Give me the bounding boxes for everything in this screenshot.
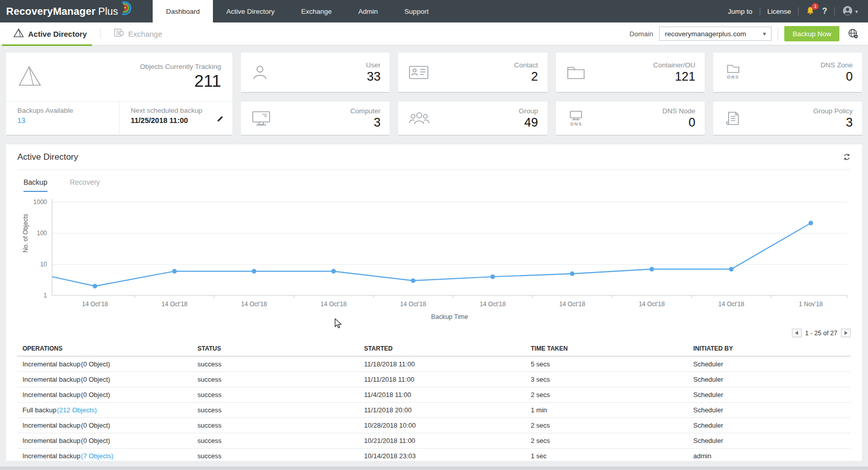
brand-logo[interactable]: RecoveryManager Plus [0,0,137,22]
stat-label: Container/OU [653,61,695,69]
backup-now-button[interactable]: Backup Now [784,26,839,41]
pyramid-icon [17,65,44,89]
jump-to-link[interactable]: Jump to [728,8,753,15]
svg-text:10: 10 [40,261,47,268]
stat-card-computer[interactable]: Computer 3 [241,102,390,136]
user-icon [251,64,269,81]
nav-item-support[interactable]: Support [391,0,442,22]
user-menu[interactable]: ▾ [842,5,858,18]
initiated-by-cell: admin [688,452,851,460]
folder-icon [566,64,586,81]
stat-value: 3 [350,115,380,130]
svg-text:1000: 1000 [33,199,47,206]
stat-card-user[interactable]: User 33 [241,53,390,93]
edit-schedule-icon[interactable] [216,115,224,125]
initiated-by-cell: Scheduler [688,406,851,414]
svg-text:14 Oct'18: 14 Oct'18 [82,301,108,308]
stat-card-grid: User 33 Contact 2 Container/OU 121 DNS D… [241,53,862,136]
pagination-prev-button[interactable] [792,329,802,337]
pagination-next-button[interactable] [841,329,851,337]
table-row: Incremental backup (0 Object) success 10… [17,418,851,433]
svg-text:14 Oct'18: 14 Oct'18 [559,301,585,308]
objects-tracking-card: Objects Currently Tracking 211 Backups A… [6,53,232,136]
operation-cell: Incremental backup (0 Object) [17,422,192,429]
stat-label: User [366,61,381,69]
tab-backup[interactable]: Backup [23,178,47,192]
stat-card-contact[interactable]: Contact 2 [398,53,547,93]
globe-settings-icon[interactable] [846,28,861,39]
divider [778,27,778,40]
help-button[interactable]: ? [822,7,827,16]
status-cell: success [192,422,359,429]
started-cell: 11/1/2018 20:00 [359,406,525,414]
operation-cell: Incremental backup (7 Objects) [17,452,192,460]
operation-cell: Incremental backup (0 Object) [17,391,192,399]
objects-link[interactable]: (7 Objects) [81,452,114,460]
nav-item-exchange[interactable]: Exchange [288,0,345,22]
started-cell: 11/18/2018 11:00 [359,360,525,368]
domain-select[interactable]: recoverymanagerplus.com ▼ [659,27,771,41]
svg-text:1 Nov'18: 1 Nov'18 [799,301,823,308]
module-tab-active-directory[interactable]: Active Directory [0,22,100,45]
active-directory-panel: Active Directory Backup Recovery 1000100… [6,144,862,461]
operation-cell: Incremental backup (0 Object) [17,437,192,444]
stat-label: Computer [350,107,380,115]
stat-card-dns-zone[interactable]: DNS DNS Zone 0 [713,53,862,93]
domain-label: Domain [630,30,654,38]
backups-available-value[interactable]: 13 [17,116,26,125]
notification-badge: 1 [812,3,818,10]
brand-name: RecoveryManager [6,6,95,17]
svg-text:14 Oct'18: 14 Oct'18 [241,301,267,308]
column-header: STARTED [359,345,525,352]
backups-available-label: Backups Available [17,107,119,114]
status-cell: success [192,452,359,460]
module-tab-label: Exchange [128,30,162,38]
stat-card-container-ou[interactable]: Container/OU 121 [556,53,705,93]
module-tab-bar: Active Directory Exchange Domain recover… [0,22,868,45]
time-taken-cell: 2 secs [526,391,688,399]
refresh-icon[interactable] [843,153,851,161]
nav-item-dashboard[interactable]: Dashboard [153,0,213,22]
objects-count: (0 Object) [81,422,110,429]
svg-text:100: 100 [37,230,47,237]
tracking-label: Objects Currently Tracking [140,63,221,70]
chevron-down-icon: ▾ [855,9,858,14]
top-bar: RecoveryManager Plus DashboardActive Dir… [0,0,868,22]
module-tab-exchange[interactable]: Exchange [101,22,176,45]
stat-card-group[interactable]: Group 49 [398,102,547,136]
pagination-range: 1 - 25 of 27 [805,330,837,337]
panel-title: Active Directory [17,152,78,162]
table-row: Incremental backup (0 Object) success 11… [17,387,851,403]
nav-item-admin[interactable]: Admin [345,0,391,22]
initiated-by-cell: Scheduler [688,376,851,383]
objects-link[interactable]: (212 Objects) [57,406,97,414]
started-cell: 10/21/2018 11:00 [359,437,525,444]
nav-item-active-directory[interactable]: Active Directory [213,0,288,22]
started-cell: 10/28/2018 10:00 [359,422,525,429]
status-cell: success [192,406,359,414]
notifications-button[interactable]: 1 [806,6,815,17]
next-backup-label: Next scheduled backup [131,107,232,114]
group-icon [408,110,430,127]
status-cell: success [192,360,359,368]
table-row: Incremental backup (7 Objects) success 1… [17,449,851,464]
svg-text:DNS: DNS [570,121,583,127]
license-link[interactable]: License [767,8,791,15]
brand-suffix: Plus [98,6,118,17]
tab-recovery[interactable]: Recovery [70,178,100,192]
pagination: 1 - 25 of 27 [17,329,851,337]
time-taken-cell: 1 min [526,406,688,414]
initiated-by-cell: Scheduler [688,437,851,444]
started-cell: 10/14/2018 23:03 [359,452,525,460]
divider [760,7,760,15]
stat-card-dns-node[interactable]: DNS DNS Node 0 [556,102,705,136]
stat-label: DNS Node [662,107,695,115]
objects-count: (0 Object) [81,391,110,399]
objects-count: (0 Object) [81,376,110,383]
status-cell: success [192,376,359,383]
svg-text:14 Oct'18: 14 Oct'18 [479,301,505,308]
svg-text:14 Oct'18: 14 Oct'18 [639,301,665,308]
stat-value: 3 [813,115,853,130]
stat-card-group-policy[interactable]: Group Policy 3 [713,102,862,136]
active-tab-underline [2,44,92,46]
